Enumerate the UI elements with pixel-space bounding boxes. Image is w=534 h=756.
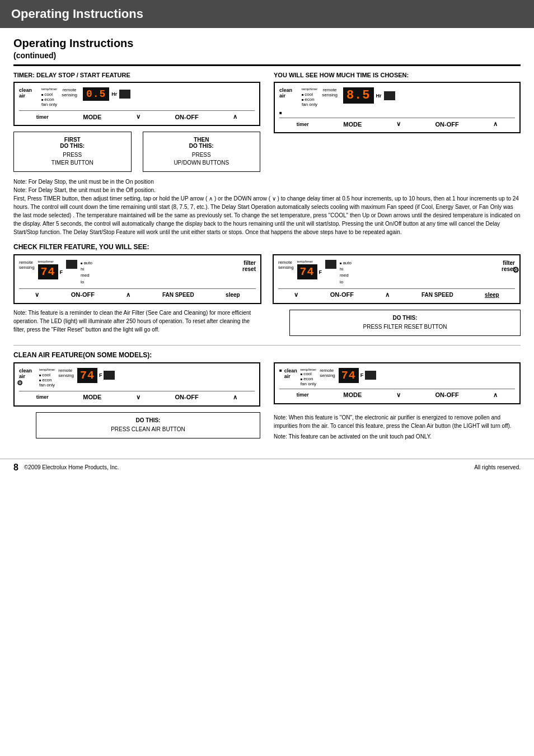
timer-heading: TIMER: DELAY STOP / START FEATURE <box>13 72 260 78</box>
clean-air-top-left: clean air ⚙ temp/timer ■ cool ■ econ fan… <box>19 368 255 388</box>
filter-col-left: remote sensing temp/timer 74 F <box>13 254 261 340</box>
filter-do-this-container: DO THIS: PRESS FILTER RESET BUTTON <box>289 310 521 336</box>
timer-btn-label: timer <box>36 114 49 120</box>
page-header: Operating Instructions <box>0 0 534 28</box>
clean-air-left: clean air ⚙ temp/timer ■ cool ■ econ fan… <box>13 362 260 447</box>
timer-section: TIMER: DELAY STOP / START FEATURE clean … <box>13 72 521 172</box>
timer-panel-right: clean air temp/timer ■ cool ■ econ fan o… <box>274 82 521 133</box>
filter-do-title: DO THIS: <box>298 315 512 321</box>
sleep-label-r: sleep <box>485 292 499 298</box>
fan-only-label-r: fan only <box>302 102 317 107</box>
cool-label-l: ■ cool <box>41 92 57 97</box>
filter-reset-label-l: filter reset <box>242 260 256 272</box>
ca-panel-right-top: ■ clean air temp/timer ■ cool ■ econ fan… <box>274 362 521 404</box>
dot-row-right: ■ <box>279 110 515 115</box>
timer-left-col: TIMER: DELAY STOP / START FEATURE clean … <box>13 72 260 172</box>
section-title: Operating Instructions <box>13 37 521 50</box>
timer-panel-left: clean air temp/timer ■ cool ■ econ fan o… <box>13 82 260 126</box>
ca-seg-l: 74 <box>77 368 97 383</box>
timer-instructions: FIRSTDO THIS: PRESSTIMER BUTTON THENDO T… <box>13 132 260 172</box>
clean-air-label-right: clean air <box>279 87 297 99</box>
ca-display-l: 74 F <box>77 368 115 383</box>
filter-arrow-up-r: ∧ <box>385 291 390 298</box>
hr-label-left: Hr <box>111 91 117 97</box>
then-title: THENDO THIS: <box>151 137 252 149</box>
filter-section-title: CHECK FILTER FEATURE, YOU WILL SEE: <box>13 243 521 251</box>
ca-display-r: 74 F <box>339 368 377 383</box>
filter-display-area-l: temp/timer 74 F <box>38 260 63 279</box>
filter-bottom-right: ∨ ON-OFF ∧ FAN SPEED sleep <box>278 288 515 298</box>
indicator-box-left <box>119 90 130 99</box>
arrow-up-left: ∧ <box>233 113 237 120</box>
fan-only-label-l: fan only <box>41 102 57 107</box>
filter-top-left: remote sensing temp/timer 74 F <box>19 260 256 285</box>
sleep-label-l: sleep <box>226 292 240 298</box>
ca-temp-timer-l: temp/timer <box>39 368 55 371</box>
arrow-down-right: ∨ <box>396 120 401 128</box>
on-off-btn-left: ON-OFF <box>175 114 198 120</box>
panel-bottom-left: timer MODE ∨ ON-OFF ∧ <box>19 110 255 120</box>
rights: All rights reserved. <box>474 464 521 470</box>
clean-air-right: ■ clean air temp/timer ■ cool ■ econ fan… <box>274 362 521 447</box>
remote-sensing-filter-l: remote sensing <box>19 260 35 270</box>
ca-clean-air-r: clean air <box>284 368 297 379</box>
footer-left: 8 ©2009 Electrolux Home Products, Inc. <box>13 463 119 473</box>
ca-notes: Note: When this feature is "ON", the ele… <box>274 413 521 441</box>
then-do-this-box: THENDO THIS: PRESSUP/DOWN BUTTONS <box>143 132 261 172</box>
filter-arrow-up-l: ∧ <box>126 291 130 298</box>
filter-arrow-down-r: ∨ <box>294 291 298 298</box>
indicator-box-right <box>384 91 395 100</box>
mode-list-right: temp/timer ■ cool ■ econ fan only <box>302 87 317 107</box>
ca-remote-r: remote sensing <box>320 368 335 378</box>
filter-seg-row-r: 74 F <box>297 264 322 279</box>
clean-air-lbl-left: clean air ⚙ <box>19 368 36 379</box>
ca-do-title: DO THIS: <box>44 417 252 423</box>
timer-btn-label-r: timer <box>297 122 309 127</box>
remote-sensing-right: remote sensing <box>322 87 338 97</box>
filter-on-off-l: ON-OFF <box>71 291 95 298</box>
ca-mode-list-r: temp/timer ■ cool ■ econ fan only <box>301 368 316 386</box>
timer-notes: Note: For Delay Stop, the unit must be i… <box>13 178 521 236</box>
seg-display-right: 8.5 <box>343 87 374 104</box>
temp-timer-label-left: temp/timer <box>41 87 57 91</box>
clean-air-label-left: clean air <box>19 87 37 99</box>
first-action: PRESSTIMER BUTTON <box>22 151 123 167</box>
temp-timer-label-right: temp/timer <box>302 87 317 91</box>
first-do-this-area: FIRSTDO THIS: PRESSTIMER BUTTON <box>13 132 132 172</box>
ca-do-this-container: DO THIS: PRESS CLEAN AIR BUTTON <box>36 412 260 438</box>
ca-right-top-row: ■ clean air temp/timer ■ cool ■ econ fan… <box>279 368 515 386</box>
panel-top-row-left: clean air temp/timer ■ cool ■ econ fan o… <box>19 87 255 107</box>
header-title: Operating Instructions <box>11 7 143 21</box>
filter-panel-right: remote sensing temp/timer 74 F <box>273 254 521 304</box>
temp-timer-filter-r: temp/timer <box>297 260 313 263</box>
section-divider <box>13 64 521 66</box>
fan-speed-options-l: ■ auto hi med lo <box>81 260 92 285</box>
ca-do-action: PRESS CLEAN AIR BUTTON <box>44 426 252 433</box>
display-area-left: 0.5 Hr <box>83 87 130 101</box>
on-off-btn-right: ON-OFF <box>435 121 458 128</box>
econ-label-l: ■ econ <box>41 97 57 102</box>
ca-seg-r: 74 <box>339 368 359 383</box>
page-footer: 8 ©2009 Electrolux Home Products, Inc. A… <box>0 459 534 476</box>
ca-do-this-box: DO THIS: PRESS CLEAN AIR BUTTON <box>36 412 260 438</box>
filter-seg-left: 74 <box>38 264 58 279</box>
remote-sensing-left: remote sensing <box>62 87 77 97</box>
mode-list-left: temp/timer ■ cool ■ econ fan only <box>41 87 57 107</box>
then-action: PRESSUP/DOWN BUTTONS <box>151 151 252 167</box>
filter-col-right: remote sensing temp/timer 74 F <box>273 254 521 340</box>
clean-air-section-title: CLEAN AIR FEATURE(on some models): <box>13 351 521 359</box>
filter-do-this-box: DO THIS: PRESS FILTER RESET BUTTON <box>289 310 521 336</box>
filter-on-off-r: ON-OFF <box>330 291 354 298</box>
filter-section-layout: remote sensing temp/timer 74 F <box>13 254 521 340</box>
clean-air-section: clean air ⚙ temp/timer ■ cool ■ econ fan… <box>13 362 521 447</box>
f-label-filter-l: F <box>60 269 63 275</box>
remote-sensing-filter-r: remote sensing <box>278 260 294 270</box>
f-label-filter-r: F <box>319 269 322 275</box>
display-area-right: 8.5 Hr <box>343 87 395 104</box>
timer-right-heading: YOU WILL SEE HOW MUCH TIME IS CHOSEN: <box>274 72 521 78</box>
ca-right-top-bottom-row: timer MODE ∨ ON-OFF ∧ <box>279 389 515 399</box>
first-title: FIRSTDO THIS: <box>22 137 123 149</box>
arrow-up-right: ∧ <box>493 120 498 128</box>
clean-air-bottom-left: timer MODE ∨ ON-OFF ∧ <box>19 391 255 401</box>
filter-do-action: PRESS FILTER RESET BUTTON <box>298 323 512 331</box>
